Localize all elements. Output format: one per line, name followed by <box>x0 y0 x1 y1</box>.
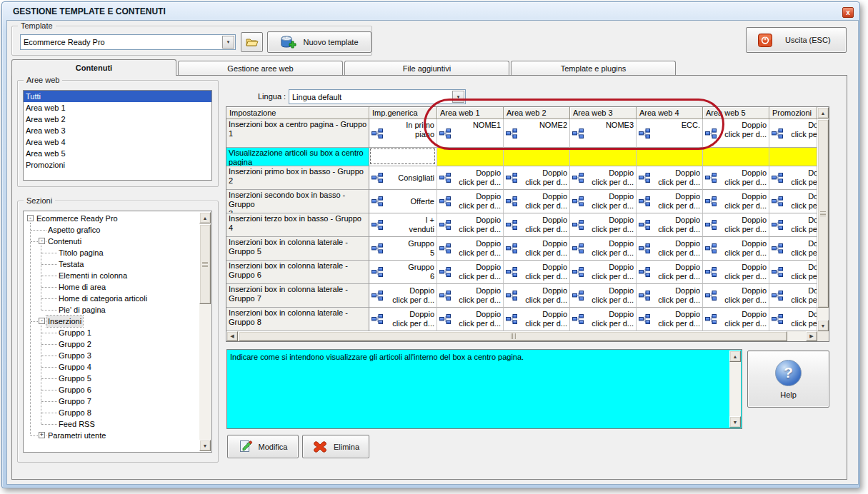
grid-cell[interactable]: Doppio click per d... <box>504 261 570 284</box>
grid-cell[interactable]: Doppio click per d... <box>637 190 703 213</box>
grid-cell[interactable]: Doppio click per d... <box>703 237 769 261</box>
expand-icon[interactable]: + <box>39 432 45 438</box>
row-label-cell[interactable]: Inserzioni secondo box in basso - Gruppo… <box>226 190 369 213</box>
aree-web-item[interactable]: Area web 3 <box>24 125 211 136</box>
column-header[interactable]: Area web 3 <box>570 107 637 119</box>
scroll-down-icon[interactable]: ▼ <box>199 440 211 451</box>
grid-cell[interactable]: Doppio click per d... <box>637 237 703 261</box>
grid-cell[interactable]: Doppio click per d... <box>504 284 570 308</box>
aree-web-item[interactable]: Promozioni <box>24 159 211 171</box>
grid-vscrollbar[interactable]: ▲ ▼ <box>817 107 829 331</box>
chevron-down-icon[interactable]: ▼ <box>222 36 234 49</box>
grid-cell[interactable]: Doppio click per d... <box>703 284 769 308</box>
grid-cell[interactable]: Doppio click per d... <box>769 166 817 190</box>
tree-scrollbar-thumb[interactable] <box>199 224 211 304</box>
collapse-icon[interactable]: - <box>27 215 34 221</box>
grid-cell[interactable]: Doppio click per d... <box>637 166 703 190</box>
column-header[interactable]: Impostazione <box>226 107 369 119</box>
grid-cell[interactable]: Doppio click per d... <box>437 166 504 190</box>
scroll-up-icon[interactable]: ▲ <box>199 212 211 223</box>
new-template-button[interactable]: Nuovo template <box>267 31 371 53</box>
scroll-up-icon[interactable]: ▲ <box>729 351 741 362</box>
grid-cell[interactable]: Doppio click per d... <box>437 308 504 331</box>
tree-item[interactable]: Feed RSS <box>24 418 199 430</box>
row-label-cell[interactable]: Inserzioni box a centro pagina - Gruppo … <box>226 119 369 148</box>
grid-cell[interactable]: Doppio click per d... <box>570 284 637 308</box>
collapse-icon[interactable]: - <box>39 318 45 324</box>
grid-hscrollbar[interactable]: ◀ ▶ <box>226 331 817 341</box>
aree-web-item[interactable]: Area web 4 <box>24 136 211 148</box>
grid-cell[interactable]: Doppio click per d... <box>570 190 637 213</box>
tab-template-e-plugins[interactable]: Template e plugins <box>511 61 676 75</box>
grid-cell[interactable]: Doppio click per d... <box>504 213 570 237</box>
tree-item[interactable]: Gruppo 3 <box>24 350 199 361</box>
collapse-icon[interactable]: - <box>39 238 45 244</box>
row-label-cell[interactable]: Inserzioni primo box in basso - Gruppo 2 <box>226 166 369 190</box>
row-label-cell[interactable]: Inserzioni box in colonna laterale - Gru… <box>226 237 369 261</box>
grid-cell[interactable]: Doppio click per d... <box>437 237 504 261</box>
tree-item[interactable]: Pie' di pagina <box>24 304 199 316</box>
grid-cell[interactable]: Consigliati <box>369 166 437 190</box>
grid-cell[interactable]: Doppio click per d... <box>437 190 504 213</box>
grid-cell[interactable] <box>637 148 703 166</box>
tree-item[interactable]: Gruppo 5 <box>24 373 199 384</box>
column-header[interactable]: Imp.generica <box>369 107 437 119</box>
grid-cell[interactable]: Doppio click per d... <box>769 213 817 237</box>
tree-item[interactable]: Aspetto grafico <box>24 224 199 236</box>
grid-cell[interactable]: Gruppo 6 <box>369 261 437 284</box>
tab-gestione-aree-web[interactable]: Gestione aree web <box>178 61 343 75</box>
open-template-button[interactable] <box>241 32 263 52</box>
template-select[interactable]: Ecommerce Ready Pro ▼ <box>20 34 236 50</box>
tree-item[interactable]: Testata <box>24 258 199 270</box>
tree-item[interactable]: -Contenuti <box>24 236 199 247</box>
grid-cell[interactable]: Doppio click per d... <box>637 261 703 284</box>
grid-hscrollbar-thumb[interactable] <box>239 331 787 341</box>
row-label-cell[interactable]: Visualizzazione articoli su box a centro… <box>226 148 369 166</box>
grid-cell[interactable]: Doppio click per d... <box>570 213 637 237</box>
grid-cell[interactable]: Doppio click per d... <box>769 308 817 331</box>
tree-item[interactable]: Gruppo 8 <box>24 407 199 418</box>
scroll-up-icon[interactable]: ▲ <box>817 107 829 119</box>
lingua-select[interactable]: Lingua default ▼ <box>289 89 466 104</box>
aree-web-listbox[interactable]: TuttiArea web 1Area web 2Area web 3Area … <box>23 90 212 181</box>
grid-cell[interactable]: Doppio click per d... <box>637 213 703 237</box>
column-header[interactable]: Area web 5 <box>703 107 769 119</box>
grid-cell[interactable]: Doppio click per d... <box>570 261 637 284</box>
aree-web-item[interactable]: Area web 1 <box>24 102 211 114</box>
grid-cell[interactable]: Doppio click per d... <box>637 284 703 308</box>
close-icon[interactable]: x <box>842 7 854 18</box>
scroll-down-icon[interactable]: ▼ <box>817 320 829 331</box>
grid-cell[interactable]: Doppio click per d... <box>570 166 637 190</box>
grid-cell[interactable]: Doppio click per d... <box>703 261 769 284</box>
title-bar[interactable]: GESTIONE TEMPLATE E CONTENUTI <box>4 4 857 20</box>
row-label-cell[interactable]: Inserzioni terzo box in basso - Gruppo 4 <box>226 213 369 237</box>
grid-cell[interactable]: Doppio click per d... <box>437 213 504 237</box>
grid-cell[interactable] <box>769 148 817 166</box>
column-header[interactable]: Area web 1 <box>437 107 504 119</box>
tree-scrollbar[interactable]: ▲ ▼ <box>199 212 211 451</box>
grid-cell[interactable]: Doppio click per d... <box>570 308 637 331</box>
grid-cell[interactable] <box>437 148 504 166</box>
tree-item[interactable]: Gruppo 4 <box>24 361 199 373</box>
grid-cell[interactable]: NOME2 <box>504 119 570 148</box>
tree-item[interactable]: Titolo pagina <box>24 247 199 258</box>
tree-item[interactable]: Gruppo 2 <box>24 338 199 350</box>
grid-cell[interactable]: Doppio click per d... <box>769 190 817 213</box>
grid-cell[interactable]: Doppio click per d... <box>703 119 769 148</box>
grid-cell[interactable]: Doppio click per d... <box>769 237 817 261</box>
grid-cell[interactable]: Doppio click per d... <box>369 284 437 308</box>
grid-cell[interactable]: Doppio click per d... <box>504 190 570 213</box>
exit-button[interactable]: Uscita (ESC) <box>746 27 847 53</box>
grid-cell[interactable]: NOME3 <box>570 119 637 148</box>
tree-item[interactable]: +Parametri utente <box>24 430 199 441</box>
grid-cell[interactable]: Doppio click per d... <box>504 308 570 331</box>
row-label-cell[interactable]: Inserzioni box in colonna laterale - Gru… <box>226 284 369 308</box>
aree-web-item[interactable]: Area web 5 <box>24 148 211 159</box>
description-scrollbar[interactable]: ▲ ▼ <box>729 351 741 428</box>
row-label-cell[interactable]: Inserzioni box in colonna laterale - Gru… <box>226 261 369 284</box>
tree-item[interactable]: Gruppo 1 <box>24 327 199 338</box>
tree-item[interactable]: -Ecommerce Ready Pro <box>24 213 199 224</box>
grid-cell[interactable]: Doppio click per d... <box>504 166 570 190</box>
grid-cell[interactable] <box>504 148 570 166</box>
tree-item[interactable]: -Inserzioni <box>24 316 199 327</box>
